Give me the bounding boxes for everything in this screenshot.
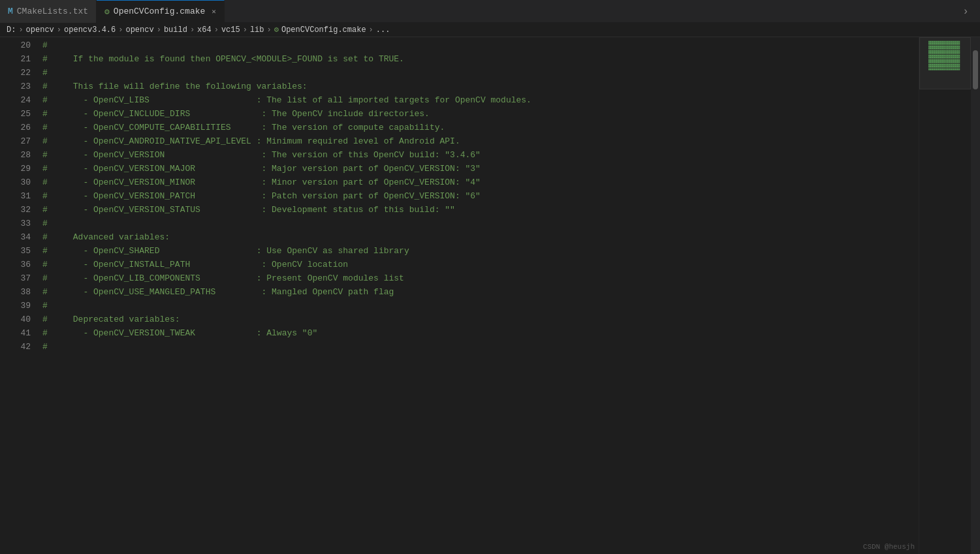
breadcrumb-part-ellipsis: ...	[376, 25, 390, 35]
code-line-40: # Deprecated variables:	[42, 313, 919, 326]
code-line-33: #	[42, 217, 919, 230]
line-num-41: 41	[0, 326, 31, 340]
tab-cmakelists[interactable]: M CMakeLists.txt	[0, 0, 97, 23]
code-line-39: #	[42, 299, 919, 313]
breadcrumb-part-opencv: opencv	[26, 25, 54, 35]
breadcrumb-part-x64: x64	[197, 25, 212, 35]
code-line-27: # - OpenCV_ANDROID_NATIVE_API_LEVEL : Mi…	[42, 134, 919, 148]
tab-cmakelists-label: CMakeLists.txt	[17, 7, 88, 16]
line-numbers: 20 21 22 23 24 25 26 27 28 29 30 31 32 3…	[0, 37, 36, 554]
line-num-31: 31	[0, 189, 31, 203]
line-num-20: 20	[0, 38, 31, 52]
line-num-28: 28	[0, 148, 31, 162]
code-line-41: # - OpenCV_VERSION_TWEAK : Always "0"	[42, 326, 919, 340]
code-line-21: # If the module is found then OPENCV_<MO…	[42, 52, 919, 66]
code-line-32: # - OpenCV_VERSION_STATUS : Development …	[42, 203, 919, 217]
code-line-23: # This file will define the following va…	[42, 80, 919, 93]
line-num-21: 21	[0, 52, 31, 66]
minimap-viewport	[919, 37, 971, 89]
line-num-35: 35	[0, 244, 31, 258]
tab-close-icon[interactable]: ✕	[212, 7, 216, 16]
tab-bar: M CMakeLists.txt ⚙ OpenCVConfig.cmake ✕ …	[0, 0, 980, 23]
line-num-42: 42	[0, 340, 31, 354]
line-num-38: 38	[0, 285, 31, 299]
code-line-30: # - OpenCV_VERSION_MINOR : Minor version…	[42, 176, 919, 189]
breadcrumb-part-build: build	[164, 25, 187, 35]
line-num-24: 24	[0, 93, 31, 107]
line-num-40: 40	[0, 313, 31, 326]
line-num-33: 33	[0, 217, 31, 230]
cmake-m-icon: M	[8, 7, 13, 16]
code-line-28: # - OpenCV_VERSION : The version of this…	[42, 148, 919, 162]
breadcrumb-part-opencv2: opencv	[125, 25, 153, 35]
line-num-29: 29	[0, 162, 31, 176]
code-line-26: # - OpenCV_COMPUTE_CAPABILITIES : The ve…	[42, 121, 919, 134]
breadcrumb-part-version: opencv3.4.6	[64, 25, 116, 35]
line-num-26: 26	[0, 121, 31, 134]
breadcrumb-part-vc15: vc15	[221, 25, 240, 35]
code-line-31: # - OpenCV_VERSION_PATCH : Patch version…	[42, 189, 919, 203]
code-line-35: # - OpenCV_SHARED : Use OpenCV as shared…	[42, 244, 919, 258]
code-line-24: # - OpenCV_LIBS : The list of all import…	[42, 93, 919, 107]
tab-opencvconfig-label: OpenCVConfig.cmake	[114, 7, 205, 16]
code-line-37: # - OpenCV_LIB_COMPONENTS : Present Open…	[42, 271, 919, 285]
code-line-34: # Advanced variables:	[42, 230, 919, 244]
line-num-37: 37	[0, 271, 31, 285]
breadcrumb-cmake-icon: ⚙	[274, 25, 279, 35]
line-num-39: 39	[0, 299, 31, 313]
breadcrumb-part-file: OpenCVConfig.cmake	[281, 25, 366, 35]
code-line-38: # - OpenCV_USE_MANGLED_PATHS : Mangled O…	[42, 285, 919, 299]
line-num-30: 30	[0, 176, 31, 189]
code-container: 20 21 22 23 24 25 26 27 28 29 30 31 32 3…	[0, 37, 980, 554]
breadcrumb-part-drive: D:	[7, 25, 16, 35]
cmake-icon: ⚙	[104, 7, 110, 17]
watermark: CSDN @heusjh	[863, 543, 915, 551]
line-num-23: 23	[0, 80, 31, 93]
code-line-25: # - OpenCV_INCLUDE_DIRS : The OpenCV inc…	[42, 107, 919, 121]
code-line-22: #	[42, 66, 919, 80]
code-editor[interactable]: # # If the module is found then OPENCV_<…	[36, 37, 919, 554]
line-num-36: 36	[0, 258, 31, 271]
tab-opencvconfig[interactable]: ⚙ OpenCVConfig.cmake ✕	[97, 0, 225, 23]
minimap: ████████████████████████████████ ███████…	[919, 37, 971, 554]
code-line-20: #	[42, 38, 919, 52]
code-line-29: # - OpenCV_VERSION_MAJOR : Major version…	[42, 162, 919, 176]
code-line-42: #	[42, 340, 919, 354]
line-num-22: 22	[0, 66, 31, 80]
editor-layout-icon[interactable]: ›	[958, 4, 973, 20]
line-num-34: 34	[0, 230, 31, 244]
vertical-scrollbar[interactable]	[971, 37, 980, 554]
line-num-32: 32	[0, 203, 31, 217]
breadcrumb: D: › opencv › opencv3.4.6 › opencv › bui…	[0, 23, 980, 37]
breadcrumb-part-lib: lib	[250, 25, 264, 35]
code-line-36: # - OpenCV_INSTALL_PATH : OpenCV locatio…	[42, 258, 919, 271]
scrollbar-thumb[interactable]	[973, 50, 978, 89]
line-num-27: 27	[0, 134, 31, 148]
line-num-25: 25	[0, 107, 31, 121]
